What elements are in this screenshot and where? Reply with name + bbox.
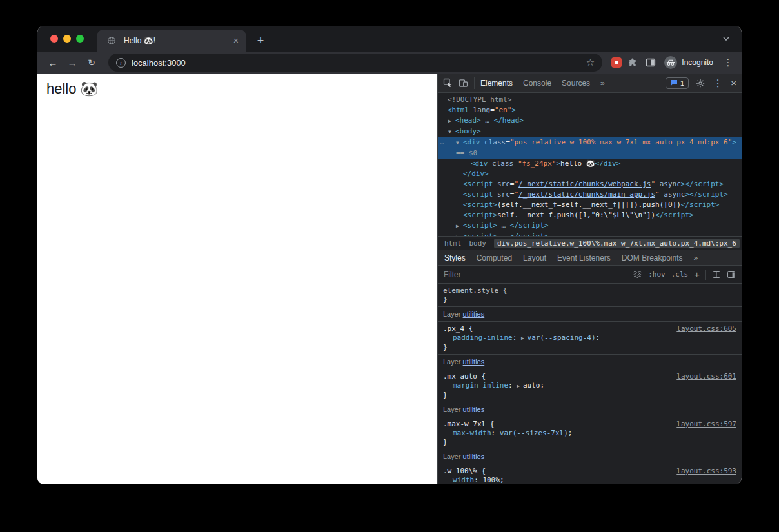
dom-node-line[interactable]: </div> (438, 169, 742, 179)
devtools-more-tabs[interactable]: » (600, 79, 605, 88)
element-classes-toggle[interactable]: .cls (671, 270, 689, 279)
node-more-actions-icon[interactable]: … (440, 137, 444, 148)
browser-tab[interactable]: Hello 🐼! × (97, 30, 246, 52)
dom-node-line[interactable]: <div class="fs_24px">hello 🐼</div> (438, 159, 742, 169)
breadcrumb-item[interactable]: html (444, 239, 462, 248)
issues-button[interactable]: 1 (666, 77, 689, 89)
side-panel-icon[interactable] (644, 55, 658, 70)
dom-node-line[interactable]: <!DOCTYPE html> (438, 95, 742, 105)
css-property-value[interactable]: var(--sizes-7xl) (500, 429, 568, 437)
css-property-name[interactable]: padding-inline (453, 333, 513, 342)
code-token: ; (500, 476, 504, 484)
disclosure-open-icon[interactable]: ▼ (456, 138, 463, 148)
sidebar-toggle-icon[interactable] (727, 271, 736, 279)
layer-link[interactable]: utilities (463, 406, 485, 413)
dom-node-line[interactable]: <script>(self.__next_f=self.__next_f||[]… (438, 200, 742, 210)
breadcrumb-item[interactable]: body (469, 239, 487, 248)
disclosure-closed-icon[interactable]: ▶ (448, 116, 455, 126)
css-rule-close-brace: } (443, 391, 736, 400)
element-state-toggle[interactable]: :hov (648, 270, 666, 279)
computed-panel-icon[interactable] (712, 271, 721, 279)
dom-node-line[interactable]: <script>self.__next_f.push([1,"0:\"$L1\"… (438, 210, 742, 221)
styles-sidebar-tabs: StylesComputedLayoutEvent ListenersDOM B… (438, 250, 742, 266)
toolbar-separator (474, 77, 475, 89)
dom-node-line[interactable]: <html lang="en"> (438, 105, 742, 115)
expand-value-icon[interactable]: ▶ (517, 383, 523, 389)
sidebar-tab-event-listeners[interactable]: Event Listeners (557, 253, 611, 262)
disclosure-closed-icon[interactable]: ▶ (456, 221, 463, 232)
waves-filter-icon[interactable] (633, 270, 642, 279)
dom-node-line[interactable]: ▶<script> … </script> (438, 232, 742, 236)
inspect-element-icon[interactable] (443, 78, 453, 88)
expand-value-icon[interactable]: ▶ (521, 335, 528, 341)
dom-node-line[interactable]: …▼<div class="pos_relative w_100% max-w_… (438, 137, 742, 159)
css-property-value[interactable]: auto (523, 381, 540, 389)
bookmark-star-icon[interactable]: ☆ (586, 57, 595, 68)
sidebar-tab-dom-breakpoints[interactable]: DOM Breakpoints (622, 253, 683, 262)
maximize-window-button[interactable] (76, 35, 84, 43)
css-selector[interactable]: .max-w_7xl { (443, 420, 494, 429)
devtools-tab-elements[interactable]: Elements (480, 79, 513, 88)
css-declaration[interactable]: max-width: var(--sizes-7xl); (443, 429, 736, 438)
css-property-name[interactable]: margin-inline (453, 381, 508, 389)
dom-node-line[interactable]: ▼<body> (438, 126, 742, 137)
settings-gear-icon[interactable] (696, 79, 705, 88)
layer-link[interactable]: utilities (463, 310, 485, 318)
site-info-icon[interactable]: i (116, 58, 126, 68)
css-source-link[interactable]: layout.css:601 (676, 372, 736, 381)
devtools-tab-console[interactable]: Console (523, 79, 551, 88)
tab-close-button[interactable]: × (233, 35, 239, 46)
css-property-value[interactable]: var(--spacing-4) (528, 333, 596, 342)
back-button[interactable]: ← (45, 57, 61, 68)
minimize-window-button[interactable] (63, 35, 71, 43)
forward-button[interactable]: → (64, 57, 80, 68)
extensions-puzzle-icon[interactable] (626, 55, 640, 70)
sidebar-more-tabs[interactable]: » (694, 253, 698, 262)
code-token: src (493, 190, 510, 199)
code-token: </script> (510, 221, 549, 230)
css-declaration[interactable]: width: 100%; (443, 476, 736, 484)
new-style-rule-button[interactable]: + (694, 269, 700, 280)
css-declaration[interactable]: margin-inline: ▶ auto; (443, 381, 736, 391)
layer-link[interactable]: utilities (463, 358, 485, 366)
disclosure-open-icon[interactable]: ▼ (448, 127, 455, 137)
breadcrumb-item[interactable]: div.pos_relative.w_100\%.max-w_7xl.mx_au… (494, 239, 740, 248)
style-filter-input[interactable] (444, 270, 627, 279)
address-bar[interactable]: i localhost:3000 ☆ (108, 54, 602, 72)
code-token: "en" (495, 106, 512, 114)
layer-link[interactable]: utilities (463, 453, 485, 460)
devtools-tab-sources[interactable]: Sources (562, 79, 590, 88)
browser-menu-kebab-icon[interactable]: ⋮ (722, 57, 734, 68)
extension-icon-red[interactable] (611, 57, 622, 68)
css-property-name[interactable]: width (453, 476, 474, 484)
devtools-close-button[interactable]: × (731, 77, 736, 88)
dom-node-line[interactable]: ▶<head> … </head> (438, 115, 742, 126)
css-selector[interactable]: .px_4 { (443, 324, 473, 333)
css-selector[interactable]: element.style { (443, 286, 507, 295)
sidebar-tab-styles[interactable]: Styles (444, 253, 466, 262)
url-text[interactable]: localhost:3000 (132, 58, 580, 68)
tab-search-chevron-icon[interactable] (722, 32, 730, 44)
disclosure-closed-icon[interactable]: ▶ (456, 232, 463, 236)
css-source-link[interactable]: layout.css:593 (676, 467, 736, 476)
dom-node-line[interactable]: ▶<script> … </script> (438, 221, 742, 232)
css-property-name[interactable]: max-width (453, 429, 491, 437)
device-toolbar-icon[interactable] (459, 79, 468, 88)
dom-node-line[interactable]: <script src="/_next/static/chunks/main-a… (438, 190, 742, 200)
close-window-button[interactable] (50, 35, 58, 43)
css-selector[interactable]: .mx_auto { (443, 372, 486, 381)
css-declaration[interactable]: padding-inline: ▶ var(--spacing-4); (443, 333, 736, 343)
css-property-value[interactable]: 100% (482, 476, 500, 484)
css-rule-header: .max-w_7xl {layout.css:597 (443, 420, 736, 429)
css-source-link[interactable]: layout.css:597 (676, 420, 736, 429)
devtools-menu-kebab-icon[interactable]: ⋮ (712, 77, 724, 89)
sidebar-tab-computed[interactable]: Computed (477, 253, 512, 262)
css-selector[interactable]: .w_100\% { (443, 467, 486, 476)
code-token: … (481, 116, 494, 124)
css-source-link[interactable]: layout.css:605 (676, 324, 736, 333)
new-tab-button[interactable]: + (251, 32, 270, 50)
sidebar-tab-layout[interactable]: Layout (523, 253, 546, 262)
reload-button[interactable]: ↻ (84, 57, 99, 68)
dom-node-line[interactable]: <script src="/_next/static/chunks/webpac… (438, 179, 742, 190)
code-token: <div (463, 138, 480, 146)
